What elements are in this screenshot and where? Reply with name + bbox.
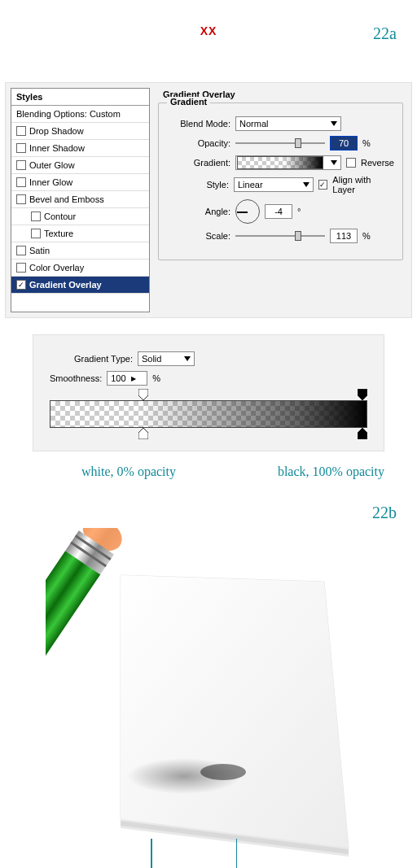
smoothness-input[interactable]: 100 ▶ bbox=[107, 371, 147, 386]
svg-point-9 bbox=[200, 764, 246, 780]
gradient-preview bbox=[237, 156, 323, 169]
annotation-line bbox=[151, 839, 152, 868]
smoothness-value: 100 bbox=[111, 373, 125, 383]
style-dropdown[interactable]: Linear bbox=[234, 177, 314, 192]
annotation-white: white, 0% opacity bbox=[81, 465, 176, 479]
gradient-bar-wrap bbox=[50, 400, 367, 428]
opacity-stop-right[interactable] bbox=[358, 389, 367, 400]
satin-checkbox[interactable] bbox=[16, 246, 26, 255]
drop-shadow-row[interactable]: Drop Shadow bbox=[11, 123, 149, 140]
color-overlay-label: Color Overlay bbox=[29, 263, 84, 273]
inner-shadow-label: Inner Shadow bbox=[29, 143, 85, 153]
gradient-bar[interactable] bbox=[50, 400, 367, 428]
layer-style-dialog: Styles Blending Options: Custom Drop Sha… bbox=[5, 82, 412, 318]
annotation-line bbox=[236, 839, 238, 868]
scale-unit: % bbox=[362, 231, 371, 241]
opacity-input[interactable]: 70 bbox=[330, 136, 358, 150]
satin-label: Satin bbox=[29, 246, 50, 255]
gradient-label: Gradient: bbox=[167, 158, 230, 168]
chevron-down-icon bbox=[331, 121, 337, 126]
pencil-illustration bbox=[0, 504, 417, 861]
blend-mode-dropdown[interactable]: Normal bbox=[235, 116, 341, 131]
opacity-unit: % bbox=[362, 138, 371, 148]
opacity-slider-thumb[interactable] bbox=[295, 138, 301, 148]
drop-shadow-label: Drop Shadow bbox=[29, 126, 84, 136]
scale-input[interactable]: 113 bbox=[330, 229, 358, 243]
bevel-label: Bevel and Emboss bbox=[29, 194, 104, 204]
chevron-down-icon bbox=[184, 356, 191, 361]
outer-glow-checkbox[interactable] bbox=[16, 160, 26, 170]
inner-shadow-checkbox[interactable] bbox=[16, 143, 26, 153]
gradient-type-value: Solid bbox=[142, 354, 161, 364]
svg-marker-2 bbox=[138, 428, 148, 439]
svg-marker-3 bbox=[358, 428, 367, 439]
angle-input[interactable]: -4 bbox=[265, 204, 292, 219]
styles-list: Styles Blending Options: Custom Drop Sha… bbox=[11, 88, 150, 312]
color-stop-left[interactable] bbox=[138, 428, 148, 439]
gradient-overlay-label: Gradient Overlay bbox=[29, 280, 102, 290]
inner-glow-row[interactable]: Inner Glow bbox=[11, 174, 149, 191]
step-label-22b: 22b bbox=[372, 504, 397, 522]
top-red-mark: XX bbox=[0, 0, 417, 37]
chevron-down-icon bbox=[331, 160, 337, 165]
gradient-overlay-panel: Gradient Overlay Gradient Blend Mode: No… bbox=[150, 83, 411, 317]
annotation-less-blur: less blur bbox=[214, 839, 258, 868]
reverse-checkbox[interactable] bbox=[346, 158, 356, 168]
contour-label: Contour bbox=[44, 212, 76, 221]
outer-glow-label: Outer Glow bbox=[29, 160, 75, 170]
gradient-legend: Gradient bbox=[167, 97, 210, 107]
gradient-editor: Gradient Type: Solid Smoothness: 100 ▶ % bbox=[33, 334, 384, 451]
svg-rect-15 bbox=[46, 551, 100, 730]
gradient-overlay-row[interactable]: Gradient Overlay bbox=[11, 277, 149, 294]
annotation-black: black, 100% opacity bbox=[278, 465, 384, 479]
blending-options-row[interactable]: Blending Options: Custom bbox=[11, 106, 149, 123]
contour-row[interactable]: Contour bbox=[11, 208, 149, 225]
gradient-type-dropdown[interactable]: Solid bbox=[138, 351, 195, 366]
angle-label: Angle: bbox=[167, 207, 230, 216]
texture-checkbox[interactable] bbox=[31, 229, 41, 238]
gradient-fieldset: Gradient Blend Mode: Normal Opacity: 70 … bbox=[158, 103, 403, 260]
gradient-overlay-checkbox[interactable] bbox=[16, 280, 26, 290]
bevel-row[interactable]: Bevel and Emboss bbox=[11, 191, 149, 208]
satin-row[interactable]: Satin bbox=[11, 242, 149, 260]
angle-dial[interactable] bbox=[235, 199, 260, 224]
align-checkbox[interactable] bbox=[318, 180, 328, 190]
annotation-more-blur: more blur bbox=[126, 839, 178, 868]
inner-glow-checkbox[interactable] bbox=[16, 177, 26, 187]
color-stop-right[interactable] bbox=[358, 428, 367, 439]
scale-slider[interactable] bbox=[235, 235, 325, 237]
texture-label: Texture bbox=[44, 229, 73, 238]
svg-marker-7 bbox=[121, 575, 349, 848]
drop-shadow-checkbox[interactable] bbox=[16, 126, 26, 136]
smoothness-label: Smoothness: bbox=[50, 373, 102, 383]
bevel-checkbox[interactable] bbox=[16, 194, 26, 204]
gradient-picker[interactable] bbox=[235, 155, 341, 170]
opacity-slider[interactable] bbox=[235, 142, 325, 144]
svg-marker-1 bbox=[358, 389, 367, 400]
opacity-label: Opacity: bbox=[167, 138, 230, 148]
chevron-down-icon bbox=[303, 182, 309, 187]
contour-checkbox[interactable] bbox=[31, 212, 41, 221]
styles-header: Styles bbox=[11, 89, 149, 106]
gradient-type-label: Gradient Type: bbox=[74, 354, 133, 364]
blending-options-label: Blending Options: Custom bbox=[16, 109, 121, 119]
blur-annotations: more blur less blur bbox=[0, 839, 401, 868]
align-label: Align with Layer bbox=[332, 175, 394, 194]
reverse-label: Reverse bbox=[361, 158, 394, 168]
gradient-annotations: white, 0% opacity black, 100% opacity bbox=[0, 460, 417, 479]
svg-marker-0 bbox=[138, 389, 148, 400]
scale-slider-thumb[interactable] bbox=[295, 231, 301, 241]
outer-glow-row[interactable]: Outer Glow bbox=[11, 157, 149, 174]
smoothness-unit: % bbox=[152, 373, 160, 383]
angle-unit: ° bbox=[297, 207, 301, 216]
inner-glow-label: Inner Glow bbox=[29, 177, 72, 187]
blend-mode-label: Blend Mode: bbox=[167, 119, 230, 129]
blend-mode-value: Normal bbox=[239, 119, 268, 129]
inner-shadow-row[interactable]: Inner Shadow bbox=[11, 140, 149, 157]
opacity-stop-left[interactable] bbox=[138, 389, 148, 400]
color-overlay-row[interactable]: Color Overlay bbox=[11, 260, 149, 277]
color-overlay-checkbox[interactable] bbox=[16, 263, 26, 273]
style-label: Style: bbox=[167, 180, 229, 190]
texture-row[interactable]: Texture bbox=[11, 225, 149, 242]
scale-label: Scale: bbox=[167, 231, 230, 241]
